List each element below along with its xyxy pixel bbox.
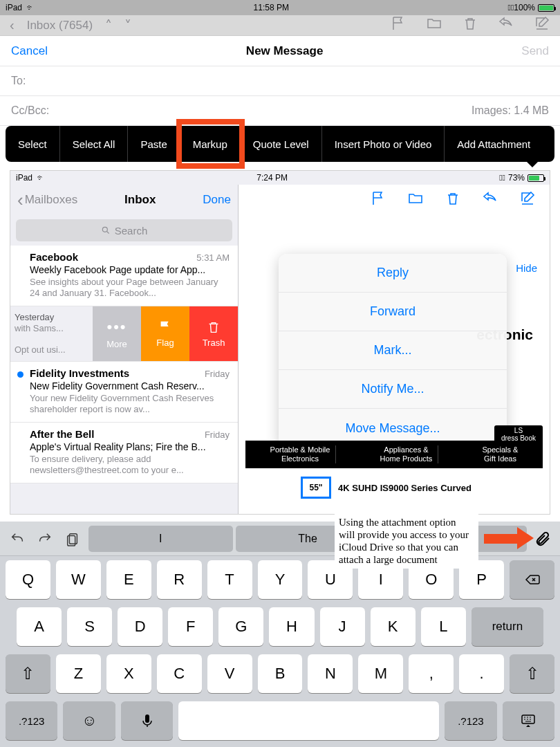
- status-bar-inner: iPad ᯤ 7:24 PM ⋮⃪ 73%: [10, 171, 550, 185]
- swipe-more-button[interactable]: ••• More: [93, 306, 141, 361]
- key-j[interactable]: J: [320, 607, 365, 646]
- key-return[interactable]: return: [472, 607, 543, 646]
- wifi-icon: ᯤ: [26, 3, 35, 12]
- inbox-nav: Mailboxes Inbox Done: [10, 185, 238, 215]
- key-hide-keyboard[interactable]: [503, 701, 554, 740]
- key-z[interactable]: Z: [56, 654, 101, 693]
- send-button[interactable]: Send: [521, 44, 549, 58]
- clipboard-icon[interactable]: [61, 527, 84, 551]
- key-d[interactable]: D: [118, 607, 162, 646]
- down-chevron-icon: ˅: [124, 17, 131, 34]
- reply-icon: [498, 15, 514, 35]
- key-emoji[interactable]: ☺: [63, 701, 115, 740]
- swipe-trash-button[interactable]: Trash: [189, 306, 238, 361]
- key-f[interactable]: F: [168, 607, 213, 646]
- edit-menu-popover: Select Select All Paste Markup Quote Lev…: [6, 126, 554, 162]
- redo-icon[interactable]: [33, 527, 57, 551]
- action-reply[interactable]: Reply: [279, 254, 507, 293]
- key-n[interactable]: N: [308, 654, 353, 693]
- compose-icon: [534, 15, 550, 35]
- instruction-note: Using the attachment option will provide…: [335, 513, 478, 569]
- ccbcc-field[interactable]: Cc/Bcc: Images: 1.4 MB: [0, 96, 560, 126]
- svg-rect-3: [145, 714, 149, 723]
- key-c[interactable]: C: [157, 654, 202, 693]
- hide-button[interactable]: Hide: [516, 262, 537, 274]
- action-mark[interactable]: Mark...: [279, 331, 507, 370]
- key-e[interactable]: E: [106, 560, 151, 599]
- key-m[interactable]: M: [358, 654, 403, 693]
- key-numbers-left[interactable]: .?123: [6, 701, 57, 740]
- message-row[interactable]: Facebook 5:31 AM Weekly Facebook Page up…: [10, 246, 238, 306]
- flag-icon[interactable]: [370, 190, 386, 210]
- compose-nav-bar: Cancel New Message Send: [0, 36, 560, 66]
- key-b[interactable]: B: [258, 654, 303, 693]
- search-input[interactable]: Search: [16, 219, 232, 241]
- key-dictation[interactable]: [121, 701, 173, 740]
- edit-select-all[interactable]: Select All: [60, 126, 129, 162]
- folder-icon: [426, 15, 442, 35]
- unread-dot-icon: [17, 371, 24, 378]
- key-a[interactable]: A: [17, 607, 62, 646]
- key-backspace[interactable]: [510, 560, 554, 599]
- attachment-paperclip-icon[interactable]: [531, 527, 554, 551]
- action-forward[interactable]: Forward: [279, 293, 507, 331]
- key-space[interactable]: [178, 701, 439, 740]
- key-r[interactable]: R: [157, 560, 202, 599]
- inbox-list-column: Mailboxes Inbox Done Search Facebook 5:3…: [10, 185, 239, 514]
- device-label: iPad: [6, 3, 22, 12]
- edit-select[interactable]: Select: [6, 126, 60, 162]
- promo-nav: LS dress Book Portable & Mobile Electron…: [245, 441, 543, 468]
- message-row[interactable]: After the Bell Friday Apple's Virtual Re…: [10, 423, 238, 483]
- detail-toolbar: [239, 185, 550, 215]
- bluetooth-icon: ⋮⃪: [508, 3, 514, 12]
- up-chevron-icon: ˄: [105, 17, 112, 34]
- key-.[interactable]: .: [459, 654, 504, 693]
- key-numbers-right[interactable]: .?123: [445, 701, 496, 740]
- svg-point-0: [102, 227, 107, 232]
- trash-icon[interactable]: [445, 190, 461, 210]
- undo-icon[interactable]: [6, 527, 29, 551]
- key-l[interactable]: L: [421, 607, 466, 646]
- attached-screenshot: iPad ᯤ 7:24 PM ⋮⃪ 73% Mailboxes Inbox Do…: [10, 170, 550, 515]
- edit-add-attachment[interactable]: Add Attachment: [445, 126, 543, 162]
- edit-insert-photo[interactable]: Insert Photo or Video: [322, 126, 445, 162]
- message-detail-column: Hide ectronic Reply Forward Mark... Noti…: [239, 185, 550, 514]
- mailboxes-back[interactable]: Mailboxes: [17, 190, 77, 211]
- inbox-title: Inbox: [124, 193, 156, 207]
- promo-cap: LS dress Book: [494, 425, 543, 443]
- tv-product-tile: 55" 4K SUHD IS9000 Series Curved: [301, 471, 522, 504]
- status-time: 11:58 PM: [254, 3, 289, 12]
- key-,[interactable]: ,: [409, 654, 454, 693]
- folder-icon[interactable]: [407, 190, 424, 210]
- key-w[interactable]: W: [56, 560, 101, 599]
- trash-icon: [462, 15, 478, 35]
- key-g[interactable]: G: [218, 607, 263, 646]
- edit-paste[interactable]: Paste: [128, 126, 180, 162]
- key-h[interactable]: H: [269, 607, 314, 646]
- swipe-flag-button[interactable]: Flag: [141, 306, 189, 361]
- reply-icon[interactable]: [482, 190, 498, 210]
- done-button[interactable]: Done: [203, 193, 231, 207]
- key-t[interactable]: T: [207, 560, 252, 599]
- battery-indicator: 100%: [514, 3, 554, 12]
- key-s[interactable]: S: [67, 607, 112, 646]
- key-v[interactable]: V: [207, 654, 252, 693]
- compose-icon[interactable]: [519, 190, 536, 210]
- key-x[interactable]: X: [106, 654, 151, 693]
- cancel-button[interactable]: Cancel: [11, 44, 48, 58]
- reply-action-sheet: Reply Forward Mark... Notify Me... Move …: [279, 254, 507, 448]
- key-shift-left[interactable]: ⇧: [6, 654, 50, 693]
- images-size-label: Images: 1.4 MB: [472, 104, 549, 117]
- to-field[interactable]: To:: [0, 66, 560, 96]
- markup-highlight-annotation: [176, 119, 245, 169]
- message-row[interactable]: Fidelity Investments Friday New Fidelity…: [10, 362, 238, 423]
- key-y[interactable]: Y: [258, 560, 303, 599]
- action-notify[interactable]: Notify Me...: [279, 370, 507, 409]
- compose-title: New Message: [246, 44, 324, 58]
- inbox-count-label: Inbox (7654): [27, 19, 93, 33]
- prediction-1[interactable]: I: [88, 526, 233, 552]
- key-k[interactable]: K: [371, 607, 416, 646]
- key-q[interactable]: Q: [6, 560, 50, 599]
- key-shift-right[interactable]: ⇧: [510, 654, 554, 693]
- edit-quote-level[interactable]: Quote Level: [241, 126, 322, 162]
